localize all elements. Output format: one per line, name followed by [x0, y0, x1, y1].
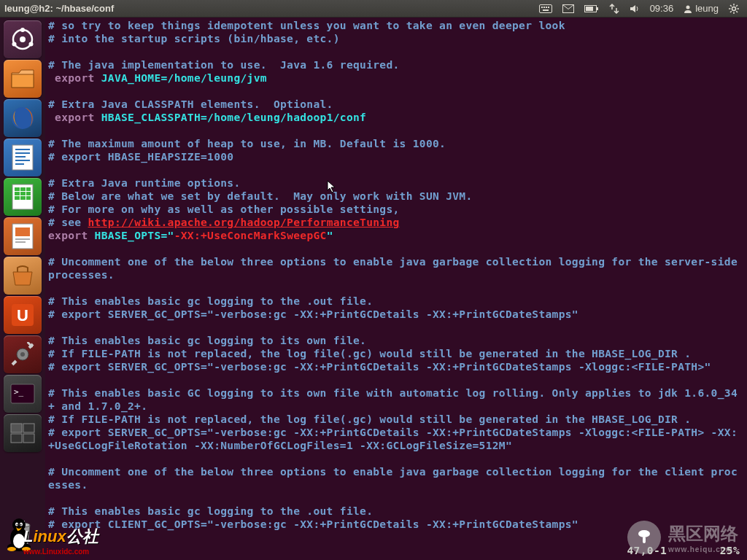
keyboard-icon[interactable] [534, 4, 557, 13]
terminal-editor[interactable]: # so try to keep things idempotent unles… [45, 18, 747, 560]
launcher-settings[interactable] [4, 335, 42, 373]
svg-rect-2 [543, 7, 545, 8]
clock[interactable]: 09:36 [645, 3, 679, 14]
user-menu[interactable]: leung [678, 3, 724, 14]
editor-line: export JAVA_HOME=/home/leung/jvm [48, 71, 744, 85]
editor-line: export HBASE_OPTS="-XX:+UseConcMarkSweep… [48, 229, 744, 242]
svg-rect-9 [586, 7, 593, 11]
launcher-dash[interactable] [4, 20, 42, 58]
svg-rect-61 [643, 537, 646, 543]
svg-rect-4 [548, 7, 549, 8]
svg-line-19 [736, 5, 738, 7]
mail-icon[interactable] [557, 4, 579, 13]
editor-line: # export SERVER_GC_OPTS="-verbose:gc -XX… [48, 308, 744, 321]
launcher: U>_ [0, 18, 45, 560]
svg-text:U: U [17, 306, 28, 324]
launcher-terminal[interactable]: >_ [4, 375, 42, 413]
svg-rect-31 [15, 160, 30, 161]
editor-line: # export SERVER_GC_OPTS="-verbose:gc -XX… [48, 426, 744, 452]
launcher-firefox[interactable] [4, 99, 42, 137]
svg-text:>_: >_ [14, 387, 24, 397]
svg-rect-28 [15, 149, 30, 150]
gear-icon[interactable] [724, 4, 744, 14]
editor-line: # Below are what we set by default. May … [48, 190, 744, 203]
launcher-ubuntu-one[interactable]: U [4, 296, 42, 334]
editor-line: # This enables basic gc logging to its o… [48, 334, 744, 347]
editor-line [48, 85, 744, 98]
launcher-calc[interactable] [4, 178, 42, 216]
svg-rect-32 [15, 163, 24, 165]
svg-rect-35 [20, 187, 26, 191]
editor-line [48, 373, 744, 386]
svg-rect-34 [15, 187, 20, 191]
svg-point-26 [12, 107, 34, 129]
svg-rect-3 [546, 7, 547, 8]
svg-point-60 [638, 530, 650, 537]
editor-line [48, 491, 744, 505]
svg-rect-25 [12, 74, 34, 88]
mouse-cursor [327, 180, 337, 195]
editor-line: # If FILE-PATH is not replaced, the log … [48, 347, 744, 360]
svg-rect-5 [543, 9, 549, 11]
svg-rect-56 [11, 434, 22, 443]
editor-line: # Extra Java CLASSPATH elements. Optiona… [48, 98, 744, 111]
editor-line: # The java implementation to use. Java 1… [48, 58, 744, 71]
editor-line: # For more on why as well as other possi… [48, 203, 744, 216]
svg-point-70 [7, 547, 16, 551]
network-icon[interactable] [604, 4, 624, 14]
editor-line: # export SERVER_GC_OPTS="-verbose:gc -XX… [48, 360, 744, 373]
svg-rect-40 [15, 196, 20, 200]
svg-point-22 [20, 28, 25, 32]
svg-rect-29 [15, 152, 30, 154]
editor-line: # If FILE-PATH is not replaced, the log … [48, 413, 744, 426]
editor-line: # export HBASE_HEAPSIZE=1000 [48, 150, 744, 163]
launcher-workspaces[interactable] [4, 414, 42, 452]
svg-point-69 [20, 524, 22, 526]
svg-rect-45 [15, 238, 30, 240]
svg-point-21 [20, 36, 26, 42]
svg-rect-57 [23, 434, 34, 443]
launcher-writer[interactable] [4, 139, 42, 176]
editor-line: # Uncomment one of the below three optio… [48, 465, 744, 491]
svg-rect-42 [26, 196, 31, 200]
editor-line: export HBASE_CLASSPATH=/home/leung/hadoo… [48, 111, 744, 124]
svg-point-10 [686, 5, 690, 9]
editor-line: # The maximum amount of heap to use, in … [48, 137, 744, 150]
editor-line [48, 45, 744, 58]
editor-line [48, 452, 744, 465]
svg-rect-37 [15, 192, 20, 195]
watermark-left: Linux公社 www.Linuxidc.com [3, 526, 78, 556]
svg-rect-54 [11, 424, 22, 432]
launcher-software[interactable] [4, 257, 42, 295]
top-panel: leung@h2: ~/hbase/conf 09:36 leung [0, 0, 747, 18]
svg-line-18 [730, 11, 732, 12]
editor-line: # see http://wiki.apache.org/hadoop/Perf… [48, 216, 744, 229]
svg-rect-38 [20, 192, 26, 195]
svg-point-11 [732, 7, 736, 10]
svg-rect-55 [23, 424, 34, 432]
svg-point-68 [17, 524, 18, 526]
battery-icon[interactable] [579, 5, 604, 12]
launcher-impress[interactable] [4, 217, 42, 255]
editor-line: # This enables basic gc logging to the .… [48, 505, 744, 518]
editor-line [48, 281, 744, 295]
svg-rect-41 [20, 196, 26, 200]
svg-rect-8 [597, 7, 598, 10]
editor-line: # This enables basic GC logging to its o… [48, 386, 744, 413]
svg-rect-44 [15, 228, 30, 236]
svg-rect-46 [15, 241, 26, 243]
launcher-files[interactable] [4, 60, 42, 98]
editor-line [48, 124, 744, 137]
editor-line [48, 163, 744, 176]
volume-icon[interactable] [624, 4, 645, 14]
window-title: leung@h2: ~/hbase/conf [3, 3, 114, 14]
svg-rect-39 [26, 192, 31, 195]
svg-line-17 [736, 11, 738, 12]
watermark-right: 黑区网络 www.heiqu.com [627, 521, 738, 554]
editor-line: # into the startup scripts (bin/hbase, e… [48, 32, 744, 45]
svg-rect-36 [26, 187, 31, 191]
svg-point-51 [20, 352, 25, 357]
editor-line: # Uncomment one of the below three optio… [48, 255, 744, 281]
svg-line-16 [730, 5, 732, 7]
svg-rect-30 [15, 156, 26, 158]
